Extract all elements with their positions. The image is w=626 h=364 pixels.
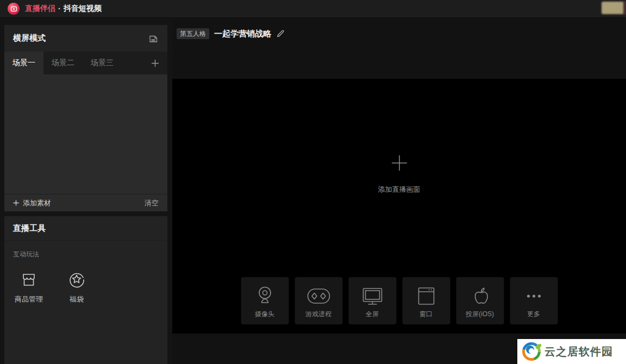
- interactive-section-label: 互动玩法: [4, 241, 167, 259]
- tools-row: 商品管理 福袋: [4, 259, 167, 304]
- watermark-text: 云之居软件园: [544, 344, 613, 359]
- game-category-badge[interactable]: 第五人格: [177, 28, 209, 39]
- live-preview-canvas[interactable]: 添加直播画面 摄像头: [172, 79, 626, 334]
- globe-logo-icon: [522, 342, 541, 361]
- platform-name: 抖音短视频: [64, 4, 102, 14]
- window-source-button[interactable]: 窗口: [402, 277, 450, 324]
- sidebar-divider: [4, 211, 167, 216]
- product-management-button[interactable]: 商品管理: [14, 270, 43, 304]
- source-button-label: 窗口: [420, 310, 433, 319]
- lucky-bag-button[interactable]: 福袋: [62, 270, 91, 304]
- add-source-plus-icon: [391, 154, 408, 172]
- scene-tabs: 场景一 场景二 场景三: [4, 52, 167, 74]
- window-icon: [415, 283, 437, 309]
- app-logo-icon: [8, 3, 20, 15]
- source-button-label: 游戏进程: [305, 310, 331, 319]
- add-material-label: 添加素材: [23, 198, 51, 208]
- lucky-bag-icon: [67, 270, 86, 290]
- source-button-label: 投屏(iOS): [466, 310, 494, 319]
- more-sources-button[interactable]: 更多: [510, 277, 558, 324]
- sidebar: 横屏模式 场景一 场景二 场景三: [4, 25, 167, 364]
- source-buttons-row: 摄像头 游戏进程: [241, 277, 558, 324]
- gamepad-icon: [306, 283, 331, 309]
- source-button-label: 更多: [527, 310, 540, 319]
- titlebar: 直播伴侣 · 抖音短视频: [0, 0, 626, 18]
- webcam-icon: [254, 283, 276, 309]
- title-separator: ·: [58, 4, 61, 13]
- clear-button[interactable]: 清空: [145, 198, 159, 208]
- game-process-source-button[interactable]: 游戏进程: [295, 277, 342, 324]
- add-material-icon: [13, 200, 19, 206]
- tools-title: 直播工具: [4, 216, 167, 241]
- placeholder-label: 添加直播画面: [378, 185, 421, 194]
- sidebar-header: 横屏模式: [4, 25, 167, 52]
- material-actions-row: 添加素材 清空: [4, 194, 167, 211]
- source-button-label: 摄像头: [255, 310, 274, 319]
- live-tools-panel: 直播工具 互动玩法 商品管理: [4, 216, 167, 364]
- fullscreen-icon: [361, 283, 384, 309]
- ios-cast-source-button[interactable]: 投屏(iOS): [456, 277, 504, 324]
- edit-title-icon[interactable]: [276, 29, 285, 38]
- tool-item-label: 福袋: [70, 294, 84, 304]
- add-scene-icon[interactable]: [142, 52, 167, 74]
- main-area: 第五人格 一起学营销战略 添加直播画面: [172, 18, 626, 364]
- add-live-source-placeholder[interactable]: 添加直播画面: [378, 154, 421, 194]
- tab-scene-1[interactable]: 场景一: [4, 52, 43, 74]
- fullscreen-source-button[interactable]: 全屏: [348, 277, 396, 324]
- app-name: 直播伴侣: [25, 4, 55, 14]
- live-companion-window: 直播伴侣 · 抖音短视频 横屏模式 场景一 场景二 场景三: [0, 0, 626, 364]
- stream-header: 第五人格 一起学营销战略: [172, 18, 626, 39]
- scene-manage-icon[interactable]: [148, 33, 159, 44]
- scene-material-list[interactable]: [4, 74, 167, 194]
- more-icon: [523, 283, 544, 309]
- stream-title: 一起学营销战略: [214, 29, 271, 39]
- add-material-button[interactable]: 添加素材: [13, 198, 51, 208]
- user-avatar[interactable]: [602, 2, 623, 14]
- source-button-label: 全屏: [366, 310, 379, 319]
- shop-icon: [19, 270, 39, 290]
- apple-icon: [469, 283, 491, 309]
- camera-source-button[interactable]: 摄像头: [241, 277, 289, 324]
- globe-swirl: [526, 346, 534, 354]
- tab-scene-3[interactable]: 场景三: [83, 52, 122, 74]
- site-watermark: 云之居软件园: [517, 339, 626, 364]
- tool-item-label: 商品管理: [15, 294, 43, 304]
- tab-scene-2[interactable]: 场景二: [43, 52, 83, 74]
- globe-leaf: [535, 343, 542, 350]
- mode-title: 横屏模式: [13, 33, 46, 43]
